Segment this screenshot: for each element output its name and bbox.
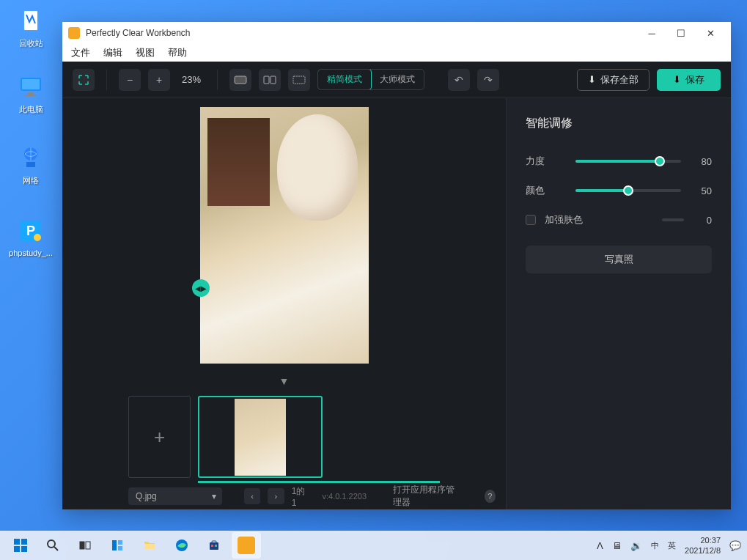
svg-rect-15 <box>21 539 27 545</box>
help-icon[interactable]: ? <box>485 490 496 503</box>
clock[interactable]: 20:37 2021/12/8 <box>685 535 721 556</box>
prev-button[interactable]: ‹ <box>244 488 260 504</box>
svg-rect-28 <box>212 541 216 543</box>
chevron-up-icon[interactable]: ᐱ <box>597 540 603 551</box>
svg-point-9 <box>34 234 41 241</box>
svg-rect-22 <box>112 540 117 550</box>
color-slider[interactable] <box>575 189 681 192</box>
recycle-bin-icon[interactable]: 回收站 <box>7 6 54 49</box>
search-icon[interactable] <box>38 532 67 559</box>
menu-view[interactable]: 视图 <box>136 46 155 59</box>
skin-value: 0 <box>693 215 712 226</box>
mode-simple-button[interactable]: 精简模式 <box>317 69 372 90</box>
phpstudy-icon[interactable]: P phpstudy_... <box>7 216 54 257</box>
minimize-button[interactable]: ─ <box>637 22 666 44</box>
skin-enhance-checkbox[interactable] <box>526 215 536 225</box>
svg-rect-2 <box>22 79 40 89</box>
edge-icon[interactable] <box>167 532 196 559</box>
network-tray-icon[interactable]: 🖥 <box>612 540 622 551</box>
thumbnail-strip: + <box>62 393 506 481</box>
color-slider-row: 颜色 50 <box>526 184 712 197</box>
volume-tray-icon[interactable]: 🔉 <box>630 540 642 551</box>
svg-rect-14 <box>14 539 20 545</box>
svg-rect-3 <box>28 92 34 95</box>
add-image-button[interactable]: + <box>128 396 191 478</box>
widgets-icon[interactable] <box>103 532 132 559</box>
skin-enhance-row: 加强肤色 0 <box>526 213 712 226</box>
color-value: 50 <box>693 185 712 196</box>
zoom-out-button[interactable]: − <box>119 69 141 91</box>
titlebar[interactable]: Perfectly Clear Workbench ─ ☐ ✕ <box>62 22 731 44</box>
app-manager-link[interactable]: 打开应用程序管理器 <box>393 484 461 509</box>
file-select[interactable]: Q.jpg <box>128 487 222 505</box>
svg-rect-6 <box>26 162 35 167</box>
skin-enhance-label: 加强肤色 <box>545 213 653 226</box>
side-panel: 智能调修 力度 80 颜色 50 <box>506 98 731 509</box>
svg-rect-30 <box>215 545 217 547</box>
thumbnail-item[interactable] <box>198 396 323 478</box>
status-bar: Q.jpg ‹ › 1的1 v:4.0.1.2203 打开应用程序管理器 ? <box>62 483 506 509</box>
preset-button[interactable]: 写真照 <box>526 246 712 273</box>
color-label: 颜色 <box>526 184 564 197</box>
collapse-arrow-icon[interactable]: ▼ <box>62 372 506 393</box>
svg-rect-17 <box>21 546 27 552</box>
explorer-icon[interactable] <box>135 532 164 559</box>
mode-toggle: 精简模式 大师模式 <box>317 69 424 90</box>
svg-rect-21 <box>86 542 90 549</box>
svg-point-18 <box>48 540 55 548</box>
compare-handle[interactable]: ◀▶ <box>192 279 210 297</box>
svg-text:P: P <box>26 224 35 238</box>
maximize-button[interactable]: ☐ <box>666 22 696 44</box>
svg-rect-4 <box>25 95 37 96</box>
download-icon: ⬇ <box>673 74 681 85</box>
svg-rect-20 <box>80 542 84 549</box>
close-button[interactable]: ✕ <box>696 22 725 44</box>
page-indicator: 1的1 <box>292 485 308 508</box>
view-overlay-icon[interactable] <box>288 69 310 91</box>
svg-rect-13 <box>293 76 305 84</box>
undo-button[interactable]: ↶ <box>448 69 470 91</box>
save-button[interactable]: ⬇保存 <box>657 69 721 91</box>
download-icon: ⬇ <box>588 74 596 85</box>
zoom-percent: 23% <box>182 74 201 85</box>
svg-rect-25 <box>144 544 155 549</box>
this-pc-icon[interactable]: 此电脑 <box>7 72 54 115</box>
strength-slider[interactable] <box>575 160 681 163</box>
store-icon[interactable] <box>199 532 229 559</box>
menu-help[interactable]: 帮助 <box>168 46 187 59</box>
app-taskbar-icon[interactable] <box>232 532 261 559</box>
svg-rect-24 <box>118 546 122 550</box>
menu-file[interactable]: 文件 <box>71 46 90 59</box>
task-view-icon[interactable] <box>70 532 100 559</box>
photo-preview <box>200 107 369 364</box>
svg-rect-10 <box>235 76 246 84</box>
redo-button[interactable]: ↷ <box>477 69 499 91</box>
version-label: v:4.0.1.2203 <box>322 492 367 501</box>
network-icon[interactable]: 网络 <box>7 143 54 186</box>
zoom-in-button[interactable]: + <box>148 69 170 91</box>
toolbar: − + 23% 精简模式 大师模式 ↶ ↷ ⬇保存全部 ⬇保存 <box>62 62 731 98</box>
menu-edit[interactable]: 编辑 <box>103 46 122 59</box>
app-window: Perfectly Clear Workbench ─ ☐ ✕ 文件 编辑 视图… <box>62 22 731 509</box>
mode-master-button[interactable]: 大师模式 <box>371 70 424 89</box>
panel-title: 智能调修 <box>526 116 712 131</box>
ime-language[interactable]: 英 <box>668 540 676 551</box>
next-button[interactable]: › <box>268 488 284 504</box>
save-all-button[interactable]: ⬇保存全部 <box>577 69 650 91</box>
svg-rect-23 <box>118 540 122 545</box>
ime-country[interactable]: 中 <box>651 540 659 551</box>
skin-mini-slider[interactable] <box>662 218 684 221</box>
notifications-icon[interactable]: 💬 <box>729 540 741 551</box>
menubar: 文件 编辑 视图 帮助 <box>62 44 731 62</box>
window-title: Perfectly Clear Workbench <box>86 28 637 38</box>
image-view[interactable]: ◀▶ <box>62 98 506 372</box>
app-icon <box>68 27 80 39</box>
view-split-icon[interactable] <box>259 69 281 91</box>
taskbar: ᐱ 🖥 🔉 中 英 20:37 2021/12/8 💬 <box>0 531 747 560</box>
start-button[interactable] <box>6 532 35 559</box>
svg-line-19 <box>54 547 58 550</box>
view-single-icon[interactable] <box>229 69 251 91</box>
crop-icon[interactable] <box>73 69 95 91</box>
strength-label: 力度 <box>526 155 564 168</box>
canvas-area: ◀▶ ▼ + Q.jpg ‹ › 1的1 v:4.0.1.2203 <box>62 98 506 509</box>
